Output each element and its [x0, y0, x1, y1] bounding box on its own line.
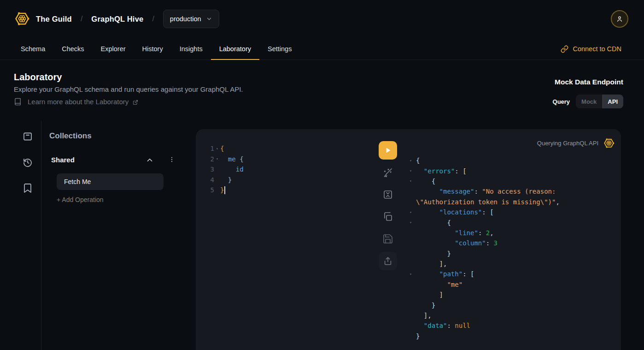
- fold-toggle-icon[interactable]: ▾: [410, 220, 416, 225]
- response-code-line: ],: [410, 310, 617, 320]
- link-icon: [561, 45, 568, 53]
- response-code-line: "me": [410, 279, 617, 290]
- chevron-down-icon: [206, 16, 212, 22]
- endpoint-segmented-control: Mock API: [576, 95, 623, 108]
- learn-more-label: Learn more about the Laboratory: [28, 98, 129, 106]
- share-operation-button[interactable]: [379, 252, 397, 270]
- line-number: 1: [199, 145, 214, 152]
- tab-settings[interactable]: Settings: [259, 38, 300, 59]
- prettify-icon[interactable]: [382, 167, 393, 178]
- response-code-line: ▾ "errors": [: [410, 166, 617, 176]
- query-code-line[interactable]: 4 }: [199, 175, 375, 185]
- save-operation-icon[interactable]: [382, 233, 393, 244]
- response-code-line: ▾ "locations": [: [410, 207, 617, 217]
- add-operation-button[interactable]: + Add Operation: [57, 196, 104, 203]
- bookmark-icon[interactable]: [22, 183, 33, 194]
- mock-endpoint-title: Mock Data Endpoint: [555, 78, 623, 86]
- tab-explorer[interactable]: Explorer: [93, 38, 134, 59]
- endpoint-option-mock[interactable]: Mock: [576, 95, 602, 108]
- collections-panel-icon[interactable]: [22, 131, 33, 142]
- fold-toggle-icon[interactable]: ▾: [410, 169, 416, 173]
- laboratory-sidebar: [0, 121, 41, 350]
- graphiql-panel: 1▾{2▾ me {3 id4 }5}: [196, 129, 621, 350]
- response-code-line: }: [410, 249, 617, 259]
- response-code-line: "column": 3: [410, 238, 617, 248]
- app-header: The Guild / GraphQL Hive / production: [0, 0, 644, 38]
- execute-query-button[interactable]: [379, 141, 397, 160]
- breadcrumb-separator: /: [81, 15, 82, 23]
- endpoint-option-api[interactable]: API: [602, 95, 623, 108]
- query-code-line[interactable]: 2▾ me {: [199, 154, 375, 165]
- chevron-up-icon[interactable]: [146, 156, 154, 164]
- response-code-line: "line": 2,: [410, 228, 617, 238]
- breadcrumb: The Guild / GraphQL Hive / production: [36, 0, 219, 38]
- fold-toggle-icon[interactable]: ▾: [410, 210, 416, 214]
- breadcrumb-separator: /: [152, 15, 154, 23]
- collection-item-list: Fetch Me: [57, 173, 164, 190]
- tab-history[interactable]: History: [134, 38, 171, 59]
- collection-group-shared[interactable]: Shared: [49, 155, 180, 166]
- connect-to-cdn-button[interactable]: Connect to CDN: [561, 38, 621, 60]
- project-nav: SchemaChecksExplorerHistoryInsightsLabor…: [0, 38, 644, 60]
- breadcrumb-org[interactable]: The Guild: [36, 15, 72, 24]
- fold-toggle-icon[interactable]: ▾: [410, 179, 416, 183]
- query-code-line[interactable]: 5}: [199, 185, 375, 196]
- tab-insights[interactable]: Insights: [171, 38, 211, 59]
- response-code-line: ▾ {: [410, 176, 617, 186]
- nav-tabs: SchemaChecksExplorerHistoryInsightsLabor…: [12, 38, 300, 59]
- endpoint-query-label: Query: [553, 98, 570, 105]
- play-icon: [383, 146, 392, 155]
- connect-to-cdn-label: Connect to CDN: [573, 45, 621, 53]
- kebab-menu-icon[interactable]: [168, 156, 176, 164]
- response-endpoint-label: Querying GraphQL API: [537, 140, 598, 147]
- query-editor[interactable]: 1▾{2▾ me {3 id4 }5}: [199, 143, 375, 196]
- book-icon: [14, 98, 22, 106]
- response-code-line: "data": null: [410, 320, 617, 331]
- external-link-icon: [133, 100, 138, 105]
- tab-checks[interactable]: Checks: [53, 38, 92, 59]
- target-selector-value: production: [170, 15, 201, 23]
- response-header: Querying GraphQL API: [537, 137, 615, 149]
- line-number: 4: [199, 176, 214, 184]
- user-icon: [616, 15, 623, 23]
- collection-group-label: Shared: [51, 156, 75, 164]
- tab-laboratory[interactable]: Laboratory: [211, 38, 259, 59]
- fold-toggle-icon[interactable]: ▾: [214, 147, 220, 151]
- fold-toggle-icon[interactable]: ▾: [214, 157, 220, 161]
- query-code-line[interactable]: 3 id: [199, 164, 375, 175]
- endpoint-toggle-row: Query Mock API: [553, 95, 623, 108]
- line-number: 2: [199, 155, 214, 163]
- learn-more-link[interactable]: Learn more about the Laboratory: [14, 98, 138, 106]
- line-number: 3: [199, 166, 214, 173]
- share-icon: [383, 256, 393, 266]
- fold-toggle-icon[interactable]: ▾: [410, 272, 416, 276]
- query-code-line[interactable]: 1▾{: [199, 143, 375, 154]
- line-number: 5: [199, 186, 214, 194]
- history-icon[interactable]: [22, 157, 33, 168]
- hive-logo-icon[interactable]: [14, 10, 30, 28]
- page-subtitle: Explore your GraphQL schema and run quer…: [14, 85, 243, 93]
- target-selector-dropdown[interactable]: production: [163, 10, 219, 28]
- response-code-line: "message": "No access (reason:: [410, 186, 617, 196]
- text-cursor: [224, 186, 225, 194]
- hive-logo-icon: [603, 137, 615, 149]
- user-avatar[interactable]: [611, 10, 628, 28]
- page-title: Laboratory: [14, 72, 62, 83]
- response-code-line: ],: [410, 259, 617, 269]
- response-code-line: \"Authorization token is missing\")",: [410, 197, 617, 207]
- response-code-line: ▾ "path": [: [410, 269, 617, 279]
- response-code-line: ▾{: [410, 155, 617, 166]
- collections-title: Collections: [49, 131, 92, 141]
- response-code-line: ]: [410, 290, 617, 300]
- collection-item[interactable]: Fetch Me: [57, 173, 164, 190]
- response-viewer: ▾{▾ "errors": [▾ { "message": "No access…: [410, 155, 617, 341]
- response-code-line: }: [410, 300, 617, 310]
- breadcrumb-project[interactable]: GraphQL Hive: [91, 15, 143, 24]
- fold-toggle-icon[interactable]: ▾: [410, 159, 416, 163]
- copy-query-icon[interactable]: [382, 211, 393, 222]
- merge-fragments-icon[interactable]: [382, 189, 393, 200]
- response-code-line: }: [410, 331, 617, 341]
- tab-schema[interactable]: Schema: [12, 38, 53, 59]
- response-code-line: ▾ {: [410, 217, 617, 227]
